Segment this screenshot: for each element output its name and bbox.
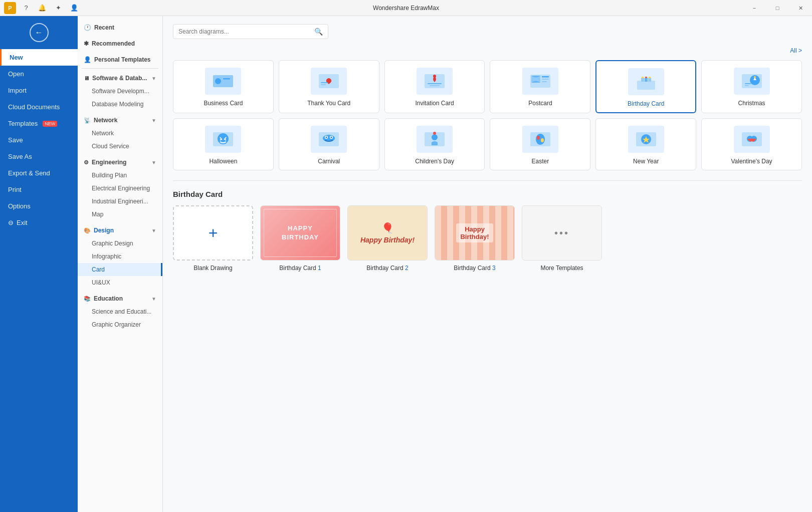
sub-item-electrical[interactable]: Electrical Engineering — [78, 182, 162, 195]
birthday-card-more[interactable]: ••• More Templates — [522, 205, 602, 272]
sub-item-cloud-service[interactable]: Cloud Service — [78, 140, 162, 153]
sidebar-item-save[interactable]: Save — [0, 132, 78, 148]
birthday-icon — [628, 68, 664, 95]
sub-section-design: 🎨 Design ▼ Graphic Design Infographic Ca… — [78, 223, 162, 289]
sidebar-item-options[interactable]: Options — [0, 198, 78, 214]
sub-section-header-design[interactable]: 🎨 Design ▼ — [78, 223, 162, 237]
svg-rect-6 — [321, 82, 328, 83]
sub-item-graphic-organizer[interactable]: Graphic Organizer — [78, 318, 162, 331]
sub-section-header-recent[interactable]: 🕐 Recent — [78, 20, 162, 34]
sidebar-label-save-as: Save As — [8, 153, 32, 160]
birthday-card-3[interactable]: HappyBirthday! Birthday Card 3 — [435, 205, 515, 272]
minimize-button[interactable]: − — [743, 0, 766, 16]
easter-label: Easter — [532, 158, 549, 165]
share-icon[interactable]: ✦ — [52, 2, 64, 14]
sidebar-label-cloud-documents: Cloud Documents — [8, 103, 60, 111]
sub-section-header-recommended[interactable]: ✱ Recommended — [78, 36, 162, 50]
birthday-card-2[interactable]: 🎈 Happy Birthday! Birthday Card 2 — [347, 205, 428, 272]
account-icon[interactable]: 👤 — [68, 2, 80, 14]
blank-thumb: + — [173, 205, 253, 261]
valentines-label: Valentine's Day — [731, 158, 772, 165]
birthday-grid: + Blank Drawing HAPPYBIRTHDAY Birthday C… — [173, 205, 802, 272]
template-grid: Business Card Thank You Card — [173, 60, 802, 170]
carnival-icon — [311, 126, 347, 153]
sidebar-item-import[interactable]: Import — [0, 82, 78, 99]
sub-item-uiux[interactable]: UI&UX — [78, 276, 162, 289]
birthday-2-label: Birthday Card 2 — [366, 265, 408, 272]
beige-icon: 🎈 — [381, 222, 394, 234]
template-card-carnival[interactable]: Carnival — [279, 118, 379, 170]
recommended-icon: ✱ — [84, 40, 89, 47]
svg-rect-28 — [745, 85, 749, 86]
sub-item-database[interactable]: Database Modeling — [78, 98, 162, 111]
sub-item-industrial[interactable]: Industrial Engineeri... — [78, 195, 162, 208]
birthday-card-1[interactable]: HAPPYBIRTHDAY Birthday Card 1 — [260, 205, 340, 272]
sub-item-map[interactable]: Map — [78, 208, 162, 221]
sub-item-card[interactable]: Card — [78, 263, 162, 276]
sidebar-item-templates[interactable]: Templates NEW — [0, 115, 78, 132]
sidebar-item-print[interactable]: Print — [0, 181, 78, 198]
close-button[interactable]: ✕ — [789, 0, 812, 16]
maximize-button[interactable]: □ — [766, 0, 789, 16]
template-card-valentines[interactable]: Valentine's Day — [701, 118, 802, 170]
sidebar-label-open: Open — [8, 70, 24, 78]
sidebar-item-export-send[interactable]: Export & Send — [0, 165, 78, 181]
sidebar-label-options: Options — [8, 202, 31, 210]
template-card-christmas[interactable]: Christmas — [701, 60, 802, 113]
svg-point-42 — [537, 136, 540, 140]
template-card-halloween[interactable]: Halloween — [173, 118, 274, 170]
sub-section-header-network[interactable]: 📡 Network ▼ — [78, 113, 162, 127]
beige-text: Happy Birthday! — [360, 236, 415, 244]
template-card-easter[interactable]: Easter — [490, 118, 590, 170]
sidebar-item-new[interactable]: New — [0, 49, 78, 66]
search-input[interactable] — [178, 28, 311, 35]
sidebar-label-export-send: Export & Send — [8, 169, 50, 177]
birthday-card-blank[interactable]: + Blank Drawing — [173, 205, 253, 272]
svg-point-9 — [433, 75, 436, 78]
design-chevron: ▼ — [151, 228, 156, 233]
sub-section-header-software[interactable]: 🖥 Software & Datab... ▼ — [78, 71, 162, 85]
sidebar-label-print: Print — [8, 186, 22, 193]
svg-rect-11 — [430, 85, 440, 86]
all-link[interactable]: All > — [790, 47, 802, 54]
network-chevron: ▼ — [151, 118, 156, 123]
back-button[interactable]: ← — [30, 23, 49, 42]
template-card-childrens-day[interactable]: Children's Day — [384, 118, 485, 170]
template-card-postcard[interactable]: Postcard — [490, 60, 590, 113]
template-card-invitation[interactable]: Invitation Card — [384, 60, 485, 113]
sidebar-item-cloud-documents[interactable]: Cloud Documents — [0, 99, 78, 115]
invitation-card-label: Invitation Card — [415, 100, 454, 107]
svg-point-36 — [331, 137, 332, 138]
svg-rect-18 — [641, 78, 644, 82]
education-label: Education — [94, 295, 123, 302]
sub-item-science[interactable]: Science and Educati... — [78, 305, 162, 318]
sub-section-header-personal[interactable]: 👤 Personal Templates — [78, 52, 162, 66]
sidebar-item-save-as[interactable]: Save As — [0, 148, 78, 165]
template-card-business-card[interactable]: Business Card — [173, 60, 274, 113]
template-card-birthday[interactable]: Birthday Card — [595, 60, 696, 113]
sub-item-building-plan[interactable]: Building Plan — [78, 169, 162, 182]
template-card-new-year[interactable]: New Year — [595, 118, 696, 170]
sidebar-item-exit[interactable]: ⊖ Exit — [0, 214, 78, 231]
sub-item-network[interactable]: Network — [78, 127, 162, 140]
sub-section-header-engineering[interactable]: ⚙ Engineering ▼ — [78, 155, 162, 169]
christmas-label: Christmas — [738, 100, 765, 107]
template-card-thank-you[interactable]: Thank You Card — [279, 60, 379, 113]
notification-icon[interactable]: 🔔 — [36, 2, 48, 14]
sub-item-software-dev[interactable]: Software Developm... — [78, 85, 162, 98]
sub-item-graphic-design[interactable]: Graphic Design — [78, 237, 162, 250]
personal-icon: 👤 — [84, 56, 91, 63]
valentines-icon — [734, 126, 770, 153]
svg-point-35 — [326, 137, 327, 138]
more-label: More Templates — [540, 265, 583, 272]
user-badge[interactable]: P — [4, 2, 16, 14]
education-icon: 📚 — [84, 296, 91, 302]
design-label: Design — [94, 227, 114, 234]
sidebar-item-open[interactable]: Open — [0, 66, 78, 82]
help-icon[interactable]: ? — [20, 2, 32, 14]
postcard-icon — [522, 68, 558, 95]
sub-nav-divider — [82, 68, 158, 69]
sub-item-infographic[interactable]: Infographic — [78, 250, 162, 263]
sub-section-header-education[interactable]: 📚 Education ▼ — [78, 291, 162, 305]
birthday-card-1-thumb: HAPPYBIRTHDAY — [260, 205, 340, 261]
